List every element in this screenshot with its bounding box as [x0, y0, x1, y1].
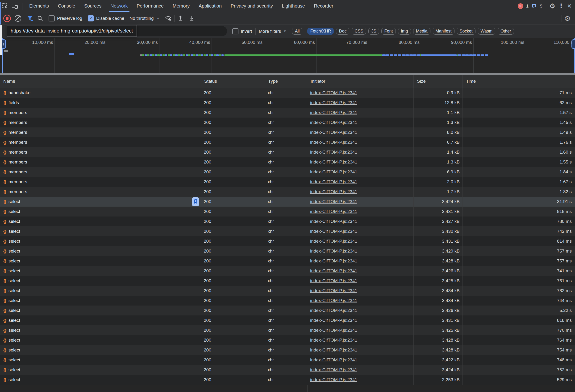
error-count[interactable]: 1 — [526, 3, 529, 9]
initiator-link[interactable]: index-CifTOM-P.js:2341 — [310, 120, 357, 125]
initiator-link[interactable]: index-CifTOM-P.js:2341 — [310, 288, 357, 293]
tab-lighthouse[interactable]: Lighthouse — [277, 0, 310, 12]
request-row-fields-1[interactable]: {}fields200xhrindex-CifTOM-P.js:234112.8… — [0, 98, 575, 108]
request-name-cell[interactable]: {}members — [0, 147, 201, 157]
filter-funnel-icon[interactable] — [27, 15, 33, 22]
request-row-members-2[interactable]: {}members200xhrindex-CifTOM-P.js:23411.1… — [0, 108, 575, 118]
error-count-icon[interactable]: ✕ — [518, 3, 523, 9]
request-row-select-19[interactable]: {}select200xhrindex-CifTOM-P.js:23413,42… — [0, 276, 575, 286]
initiator-link[interactable]: index-CifTOM-P.js:2341 — [310, 100, 357, 105]
request-name-cell[interactable]: {}members — [0, 128, 201, 137]
initiator-link[interactable]: index-CifTOM-P.js:2341 — [310, 357, 357, 363]
filter-chip-fetch-xhr[interactable]: Fetch/XHR — [307, 28, 334, 35]
filter-chip-all[interactable]: All — [292, 28, 302, 35]
import-har-icon[interactable] — [177, 15, 184, 22]
request-name-cell[interactable]: {}select — [0, 226, 201, 236]
initiator-link[interactable]: index-CifTOM-P.js:2341 — [310, 239, 357, 244]
initiator-link[interactable]: index-CifTOM-P.js:2341 — [310, 249, 357, 254]
initiator-link[interactable]: index-CifTOM-P.js:2341 — [310, 140, 357, 145]
disable-cache-checkbox[interactable]: ✓ — [88, 15, 94, 22]
throttling-select[interactable]: No throttling ▼ — [129, 16, 159, 21]
more-options-icon[interactable]: ⋮ — [558, 2, 564, 10]
request-row-select-17[interactable]: {}select200xhrindex-CifTOM-P.js:23413,42… — [0, 256, 575, 266]
initiator-link[interactable]: index-CifTOM-P.js:2341 — [310, 199, 357, 204]
overview-right-grip[interactable] — [572, 39, 575, 49]
settings-gear-icon[interactable]: ⚙ — [549, 2, 555, 10]
request-row-select-23[interactable]: {}select200xhrindex-CifTOM-P.js:23413,43… — [0, 315, 575, 325]
initiator-link[interactable]: index-CifTOM-P.js:2341 — [310, 110, 357, 115]
more-filters-button[interactable]: More filters — [259, 29, 281, 34]
tab-elements[interactable]: Elements — [25, 0, 53, 12]
initiator-link[interactable]: index-CifTOM-P.js:2341 — [310, 189, 357, 194]
clear-network-log-button[interactable] — [15, 15, 21, 22]
request-row-select-14[interactable]: {}select200xhrindex-CifTOM-P.js:23413,43… — [0, 226, 575, 236]
request-name-cell[interactable]: {}select — [0, 355, 201, 365]
request-row-select-16[interactable]: {}select200xhrindex-CifTOM-P.js:23413,42… — [0, 246, 575, 256]
request-name-cell[interactable]: {}select — [0, 256, 201, 266]
close-devtools-icon[interactable]: ✕ — [567, 3, 572, 9]
request-row-select-13[interactable]: {}select200xhrindex-CifTOM-P.js:23413,42… — [0, 217, 575, 226]
tab-recorder[interactable]: Recorder — [310, 0, 338, 12]
initiator-link[interactable]: index-CifTOM-P.js:2341 — [310, 268, 357, 274]
request-name-cell[interactable]: {}select — [0, 197, 201, 207]
initiator-link[interactable]: index-CifTOM-P.js:2341 — [310, 298, 357, 303]
request-row-select-18[interactable]: {}select200xhrindex-CifTOM-P.js:23413,42… — [0, 266, 575, 276]
tab-performance[interactable]: Performance — [132, 0, 168, 12]
request-row-select-22[interactable]: {}select200xhrindex-CifTOM-P.js:23413,42… — [0, 305, 575, 315]
tab-network[interactable]: Network — [106, 0, 132, 12]
issue-count[interactable]: 9 — [540, 3, 542, 9]
column-header-name[interactable]: Name — [0, 75, 201, 88]
request-row-members-4[interactable]: {}members200xhrindex-CifTOM-P.js:23418.0… — [0, 128, 575, 137]
filter-chip-manifest[interactable]: Manifest — [433, 28, 455, 35]
request-row-select-12[interactable]: {}select200xhrindex-CifTOM-P.js:23413,43… — [0, 207, 575, 217]
column-header-size[interactable]: Size — [414, 75, 463, 88]
request-name-cell[interactable]: {}select — [0, 375, 201, 385]
request-row-select-11[interactable]: {}select200xhrindex-CifTOM-P.js:23413,42… — [0, 197, 575, 207]
request-name-cell[interactable]: {}handshake — [0, 88, 201, 98]
request-row-members-9[interactable]: {}members200xhrindex-CifTOM-P.js:23412.0… — [0, 177, 575, 187]
invert-filter-checkbox[interactable] — [232, 28, 239, 34]
request-row-members-6[interactable]: {}members200xhrindex-CifTOM-P.js:23411.4… — [0, 147, 575, 157]
request-row-select-15[interactable]: {}select200xhrindex-CifTOM-P.js:23413,43… — [0, 236, 575, 246]
request-row-select-27[interactable]: {}select200xhrindex-CifTOM-P.js:23413,42… — [0, 355, 575, 365]
tab-application[interactable]: Application — [194, 0, 226, 12]
initiator-link[interactable]: index-CifTOM-P.js:2341 — [310, 328, 357, 333]
tab-memory[interactable]: Memory — [168, 0, 194, 12]
initiator-link[interactable]: index-CifTOM-P.js:2341 — [310, 318, 357, 323]
column-header-type[interactable]: Type — [265, 75, 307, 88]
filter-chip-media[interactable]: Media — [413, 28, 431, 35]
request-name-cell[interactable]: {}select — [0, 335, 201, 345]
request-row-select-24[interactable]: {}select200xhrindex-CifTOM-P.js:23413,42… — [0, 325, 575, 335]
ai-insights-badge[interactable] — [192, 197, 199, 206]
request-row-members-10[interactable]: {}members200xhrindex-CifTOM-P.js:23411.7… — [0, 187, 575, 197]
request-name-cell[interactable]: {}select — [0, 296, 201, 305]
initiator-link[interactable]: index-CifTOM-P.js:2341 — [310, 367, 357, 372]
request-name-cell[interactable]: {}select — [0, 276, 201, 286]
initiator-link[interactable]: index-CifTOM-P.js:2341 — [310, 169, 357, 174]
tab-privacy-and-security[interactable]: Privacy and security — [226, 0, 277, 12]
request-row-select-26[interactable]: {}select200xhrindex-CifTOM-P.js:23413,42… — [0, 345, 575, 355]
filter-chip-js[interactable]: JS — [368, 28, 379, 35]
inspect-element-icon[interactable] — [1, 2, 8, 10]
request-name-cell[interactable]: {}members — [0, 118, 201, 128]
search-icon[interactable] — [37, 15, 43, 22]
request-name-cell[interactable]: {}members — [0, 157, 201, 167]
request-name-cell[interactable]: {}members — [0, 177, 201, 187]
initiator-link[interactable]: index-CifTOM-P.js:2341 — [310, 159, 357, 165]
initiator-link[interactable]: index-CifTOM-P.js:2341 — [310, 308, 357, 313]
request-name-cell[interactable]: {}select — [0, 365, 201, 375]
toggle-device-toolbar-icon[interactable] — [11, 2, 18, 10]
initiator-link[interactable]: index-CifTOM-P.js:2341 — [310, 179, 357, 184]
issues-icon[interactable] — [531, 3, 537, 9]
request-name-cell[interactable]: {}select — [0, 345, 201, 355]
request-name-cell[interactable]: {}select — [0, 236, 201, 246]
request-name-cell[interactable]: {}members — [0, 187, 201, 197]
initiator-link[interactable]: index-CifTOM-P.js:2341 — [310, 209, 357, 214]
request-name-cell[interactable]: {}select — [0, 246, 201, 256]
network-overview-timeline[interactable]: 10,000 ms20,000 ms30,000 ms40,000 ms50,0… — [0, 38, 575, 73]
initiator-link[interactable]: index-CifTOM-P.js:2341 — [310, 219, 357, 224]
request-name-cell[interactable]: {}select — [0, 286, 201, 296]
request-name-cell[interactable]: {}select — [0, 325, 201, 335]
record-network-log-button[interactable] — [3, 15, 11, 22]
request-row-handshake-0[interactable]: {}handshake200xhrindex-CifTOM-P.js:23410… — [0, 88, 575, 98]
